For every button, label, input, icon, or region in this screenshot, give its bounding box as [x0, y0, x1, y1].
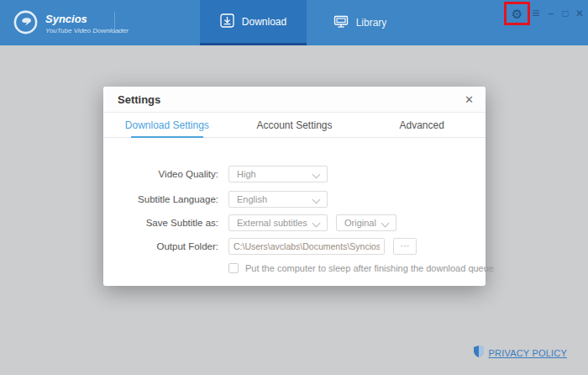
app-subtitle: YouTube Video Downloader — [45, 27, 129, 35]
video-quality-row: Video Quality: High — [103, 166, 486, 182]
privacy-policy-link[interactable]: PRIVACY POLICY — [474, 346, 567, 361]
video-quality-label: Video Quality: — [103, 166, 218, 182]
tab-library-label: Library — [356, 17, 387, 29]
tab-advanced[interactable]: Advanced — [358, 113, 486, 137]
settings-dialog-titlebar: Settings ✕ — [103, 87, 486, 113]
subtitle-language-select[interactable]: English — [228, 191, 328, 208]
output-folder-label: Output Folder: — [103, 238, 218, 255]
settings-dialog-title: Settings — [118, 93, 160, 106]
app-header: Syncios YouTube Video Downloader Downloa… — [0, 0, 588, 45]
tab-download[interactable]: Download — [200, 0, 307, 45]
sleep-checkbox[interactable] — [228, 263, 239, 273]
sleep-option-row: Put the computer to sleep after finishin… — [228, 261, 494, 275]
output-folder-input[interactable] — [228, 238, 385, 255]
tab-download-settings[interactable]: Download Settings — [103, 113, 231, 137]
maximize-button[interactable]: □ — [559, 0, 572, 27]
settings-tabs: Download Settings Account Settings Advan… — [103, 113, 486, 138]
gear-icon[interactable]: ⚙ — [512, 8, 522, 20]
settings-highlight-box: ⚙ — [504, 2, 530, 25]
video-quality-select[interactable]: High — [228, 166, 328, 182]
shield-icon — [474, 346, 484, 361]
save-subtitle-row: Save Subtitle as: External subtitles Ori… — [103, 214, 486, 231]
syncios-logo-icon — [13, 10, 38, 38]
sleep-checkbox-label: Put the computer to sleep after finishin… — [245, 263, 494, 273]
app-logo: Syncios YouTube Video Downloader — [13, 10, 129, 38]
save-subtitle-label: Save Subtitle as: — [103, 214, 218, 231]
subtitle-language-value: English — [237, 194, 267, 204]
tab-account-settings[interactable]: Account Settings — [231, 113, 359, 137]
output-folder-row: Output Folder: ··· — [103, 238, 486, 255]
subtitle-original-value: Original — [344, 218, 376, 228]
subtitle-original-select[interactable]: Original — [336, 214, 396, 231]
subtitle-format-value: External subtitles — [237, 218, 307, 228]
tab-library[interactable]: Library — [307, 0, 413, 45]
video-quality-value: High — [237, 169, 256, 179]
settings-dialog: Settings ✕ Download Settings Account Set… — [103, 87, 486, 286]
subtitle-format-select[interactable]: External subtitles — [228, 214, 328, 231]
subtitle-language-label: Subtitle Language: — [103, 191, 218, 208]
privacy-policy-label: PRIVACY POLICY — [489, 348, 567, 358]
browse-folder-button[interactable]: ··· — [393, 238, 417, 255]
minimize-button[interactable]: − — [544, 0, 558, 27]
close-window-button[interactable]: ✕ — [573, 0, 586, 27]
tab-download-label: Download — [242, 16, 286, 28]
hamburger-menu-icon[interactable]: ≡ — [529, 0, 543, 27]
library-icon — [333, 14, 349, 31]
dialog-close-icon[interactable]: ✕ — [465, 93, 474, 106]
download-icon — [220, 13, 234, 30]
subtitle-language-row: Subtitle Language: English — [103, 191, 486, 208]
app-title: Syncios — [45, 13, 129, 26]
header-divider — [114, 12, 115, 34]
